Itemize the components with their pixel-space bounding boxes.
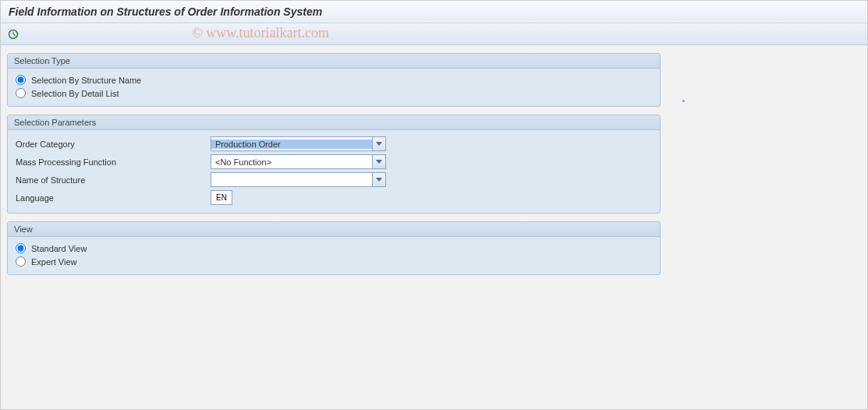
page-title: Field Information on Structures of Order… [9, 5, 859, 18]
radio-label-detail-list: Selection By Detail List [31, 89, 119, 98]
radio-detail-list[interactable] [16, 88, 26, 98]
panel-header-selection-type: Selection Type [8, 54, 660, 69]
chevron-down-icon[interactable] [372, 155, 385, 168]
panel-header-selection-parameters: Selection Parameters [8, 115, 660, 130]
svg-marker-3 [376, 142, 382, 146]
select-value-mass-function: <No Function> [211, 157, 372, 167]
row-mass-function: Mass Processing Function <No Function> [16, 153, 652, 171]
panel-view: View Standard View Expert View [7, 221, 661, 275]
radio-label-expert-view: Expert View [31, 257, 77, 267]
select-structure-name[interactable] [211, 172, 386, 187]
radio-structure-name[interactable] [16, 75, 26, 85]
radio-row-expert-view[interactable]: Expert View [16, 255, 652, 268]
radio-row-structure-name[interactable]: Selection By Structure Name [16, 73, 652, 87]
label-structure-name: Name of Structure [16, 175, 211, 185]
select-mass-function[interactable]: <No Function> [211, 154, 386, 169]
label-order-category: Order Category [16, 140, 211, 149]
select-order-category[interactable]: Production Order [211, 136, 386, 151]
row-language: Language [16, 189, 652, 207]
row-structure-name: Name of Structure [16, 171, 652, 189]
label-language: Language [16, 193, 211, 203]
svg-marker-5 [376, 178, 382, 182]
radio-label-standard-view: Standard View [31, 244, 87, 253]
accent-dot [682, 100, 685, 102]
chevron-down-icon[interactable] [372, 173, 385, 186]
row-order-category: Order Category Production Order [16, 135, 652, 153]
execute-icon[interactable] [7, 28, 19, 41]
content-area: Selection Type Selection By Structure Na… [1, 45, 867, 283]
panel-selection-parameters: Selection Parameters Order Category Prod… [7, 115, 661, 214]
chevron-down-icon[interactable] [372, 137, 385, 150]
svg-marker-4 [376, 160, 382, 164]
radio-standard-view[interactable] [16, 243, 26, 253]
radio-row-detail-list[interactable]: Selection By Detail List [16, 87, 652, 100]
radio-row-standard-view[interactable]: Standard View [16, 242, 652, 255]
panel-header-view: View [8, 222, 660, 237]
label-mass-function: Mass Processing Function [16, 157, 211, 167]
svg-line-2 [13, 34, 16, 36]
panel-selection-type: Selection Type Selection By Structure Na… [7, 53, 661, 107]
toolbar: © www.tutorialkart.com [1, 23, 867, 45]
watermark-text: © www.tutorialkart.com [192, 25, 329, 41]
radio-label-structure-name: Selection By Structure Name [31, 76, 141, 85]
radio-expert-view[interactable] [16, 256, 26, 267]
title-bar: Field Information on Structures of Order… [1, 1, 867, 23]
select-value-order-category: Production Order [211, 140, 372, 149]
input-language[interactable] [211, 190, 232, 205]
